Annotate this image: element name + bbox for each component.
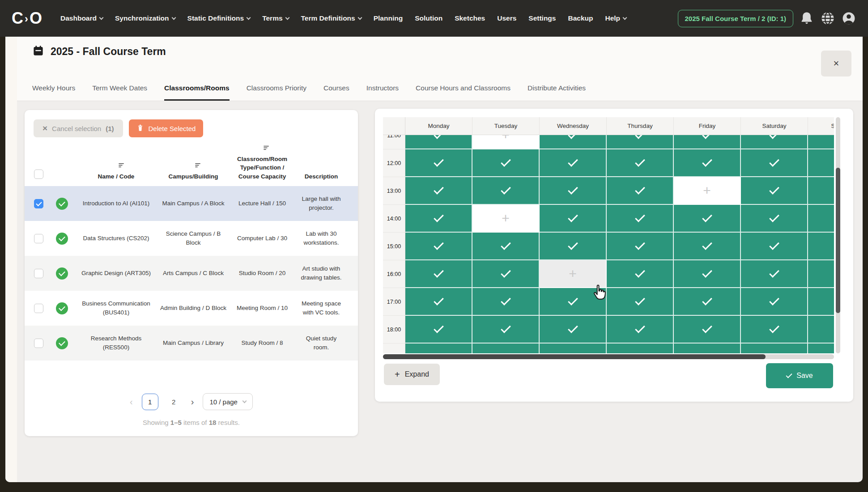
slot-wednesday-14:00[interactable] xyxy=(540,205,607,233)
select-all-checkbox[interactable] xyxy=(34,170,43,179)
slot-monday-14:00[interactable] xyxy=(405,205,472,233)
slot-wednesday[interactable] xyxy=(540,344,607,353)
slot-thursday[interactable] xyxy=(607,344,674,353)
slot-friday-15:00[interactable] xyxy=(674,233,741,260)
tab-classrooms-rooms[interactable]: Classrooms/Rooms xyxy=(164,84,230,101)
slot-saturday-17:00[interactable] xyxy=(741,288,808,316)
slot-monday-12:00[interactable] xyxy=(405,149,472,177)
tab-term-week-dates[interactable]: Term Week Dates xyxy=(92,84,147,101)
slot-friday-14:00[interactable] xyxy=(674,205,741,233)
slot-monday-17:00[interactable] xyxy=(405,288,472,316)
slot-sunday[interactable] xyxy=(808,344,834,353)
slot-tuesday-14:00[interactable]: + xyxy=(472,205,540,233)
cancel-selection-button[interactable]: × Cancel selection (1) xyxy=(34,119,123,137)
delete-selected-button[interactable]: Delete Selected xyxy=(129,119,204,137)
nav-item-synchronization[interactable]: Synchronization xyxy=(115,14,175,22)
nav-item-static-definitions[interactable]: Static Definitions xyxy=(187,14,251,22)
vertical-scrollbar-thumb[interactable] xyxy=(836,168,840,313)
expand-button[interactable]: + Expand xyxy=(384,364,440,385)
slot-wednesday-18:00[interactable] xyxy=(540,316,607,344)
table-row[interactable]: Research Methods (RES500)Main Campus / L… xyxy=(25,326,358,361)
tab-courses[interactable]: Courses xyxy=(323,84,349,101)
slot-thursday-16:00[interactable] xyxy=(607,260,674,288)
slot-thursday-18:00[interactable] xyxy=(607,316,674,344)
slot-saturday-18:00[interactable] xyxy=(741,316,808,344)
slot-saturday-16:00[interactable] xyxy=(741,260,808,288)
tab-distribute-activities[interactable]: Distribute Activities xyxy=(528,84,586,101)
slot-tuesday-15:00[interactable] xyxy=(472,233,540,260)
nav-item-planning[interactable]: Planning xyxy=(374,14,403,22)
slot-monday-13:00[interactable] xyxy=(405,177,472,205)
slot-thursday-12:00[interactable] xyxy=(607,149,674,177)
nav-item-backup[interactable]: Backup xyxy=(568,14,593,22)
active-term-badge[interactable]: 2025 Fall Course Term / 2 (ID: 1) xyxy=(678,10,793,27)
slot-sunday-11:00[interactable] xyxy=(808,135,834,149)
slot-thursday-15:00[interactable] xyxy=(607,233,674,260)
slot-sunday-17:00[interactable] xyxy=(808,288,834,316)
slot-tuesday-11:00[interactable]: + xyxy=(472,135,540,149)
row-checkbox[interactable] xyxy=(34,269,43,278)
slot-monday-18:00[interactable] xyxy=(405,316,472,344)
slot-friday-12:00[interactable] xyxy=(674,149,741,177)
slot-saturday-14:00[interactable] xyxy=(741,205,808,233)
slot-tuesday-17:00[interactable] xyxy=(472,288,540,316)
language-globe-icon[interactable] xyxy=(820,11,835,26)
row-checkbox[interactable] xyxy=(34,304,43,313)
slot-friday[interactable] xyxy=(674,344,741,353)
nav-item-sketches[interactable]: Sketches xyxy=(455,14,485,22)
horizontal-scrollbar[interactable] xyxy=(383,354,834,359)
slot-tuesday-13:00[interactable] xyxy=(472,177,540,205)
row-checkbox[interactable] xyxy=(34,339,43,348)
nav-item-terms[interactable]: Terms xyxy=(262,14,289,22)
table-row[interactable]: Business Communication (BUS401)Admin Bui… xyxy=(25,291,358,326)
slot-saturday[interactable] xyxy=(741,344,808,353)
table-row[interactable]: Data Structures (CS202)Science Campus / … xyxy=(25,221,358,256)
slot-thursday-17:00[interactable] xyxy=(607,288,674,316)
page-number-2[interactable]: 2 xyxy=(166,394,182,410)
notification-bell-icon[interactable] xyxy=(799,11,814,26)
slot-tuesday-16:00[interactable] xyxy=(472,260,540,288)
horizontal-scrollbar-thumb[interactable] xyxy=(383,354,766,359)
page-number-1[interactable]: 1 xyxy=(142,394,158,410)
column-header-type[interactable]: Classroom/Room Type/Function / Course Ca… xyxy=(231,144,293,181)
page-size-select[interactable]: 10 / page xyxy=(203,393,253,410)
slot-thursday-11:00[interactable] xyxy=(607,135,674,149)
slot-wednesday-15:00[interactable] xyxy=(540,233,607,260)
filter-sort-icon[interactable] xyxy=(240,144,293,153)
table-row[interactable]: Graphic Design (ART305)Arts Campus / C B… xyxy=(25,256,358,291)
save-button[interactable]: Save xyxy=(766,363,833,388)
slot-sunday-15:00[interactable] xyxy=(808,233,834,260)
tab-classrooms-priority[interactable]: Classrooms Priority xyxy=(247,84,306,101)
slot-sunday-18:00[interactable] xyxy=(808,316,834,344)
next-page-button[interactable]: › xyxy=(191,397,194,407)
slot-friday-13:00[interactable]: + xyxy=(674,177,741,205)
filter-sort-icon[interactable] xyxy=(169,162,227,171)
prev-page-button[interactable]: ‹ xyxy=(130,397,133,407)
slot-monday-15:00[interactable] xyxy=(405,233,472,260)
slot-monday[interactable] xyxy=(405,344,472,353)
slot-wednesday-11:00[interactable] xyxy=(540,135,607,149)
nav-item-users[interactable]: Users xyxy=(497,14,516,22)
row-checkbox[interactable] xyxy=(34,199,43,208)
nav-item-dashboard[interactable]: Dashboard xyxy=(60,14,103,22)
slot-wednesday-12:00[interactable] xyxy=(540,149,607,177)
nav-item-help[interactable]: Help xyxy=(605,14,626,22)
column-header-campus[interactable]: Campus/Building xyxy=(160,162,227,181)
slot-monday-11:00[interactable] xyxy=(405,135,472,149)
tab-weekly-hours[interactable]: Weekly Hours xyxy=(32,84,75,101)
slot-tuesday[interactable] xyxy=(472,344,540,353)
slot-tuesday-18:00[interactable] xyxy=(472,316,540,344)
nav-item-solution[interactable]: Solution xyxy=(415,14,443,22)
tab-course-hours-and-classrooms[interactable]: Course Hours and Classrooms xyxy=(416,84,511,101)
filter-sort-icon[interactable] xyxy=(88,162,156,171)
slot-friday-11:00[interactable] xyxy=(674,135,741,149)
tab-instructors[interactable]: Instructors xyxy=(366,84,399,101)
slot-saturday-12:00[interactable] xyxy=(741,149,808,177)
slot-sunday-12:00[interactable] xyxy=(808,149,834,177)
column-header-name[interactable]: Name / Code xyxy=(77,162,155,181)
slot-friday-17:00[interactable] xyxy=(674,288,741,316)
slot-saturday-13:00[interactable] xyxy=(741,177,808,205)
table-row[interactable]: Introduction to AI (AI101)Main Campus / … xyxy=(25,186,358,221)
slot-saturday-15:00[interactable] xyxy=(741,233,808,260)
nav-item-settings[interactable]: Settings xyxy=(528,14,556,22)
